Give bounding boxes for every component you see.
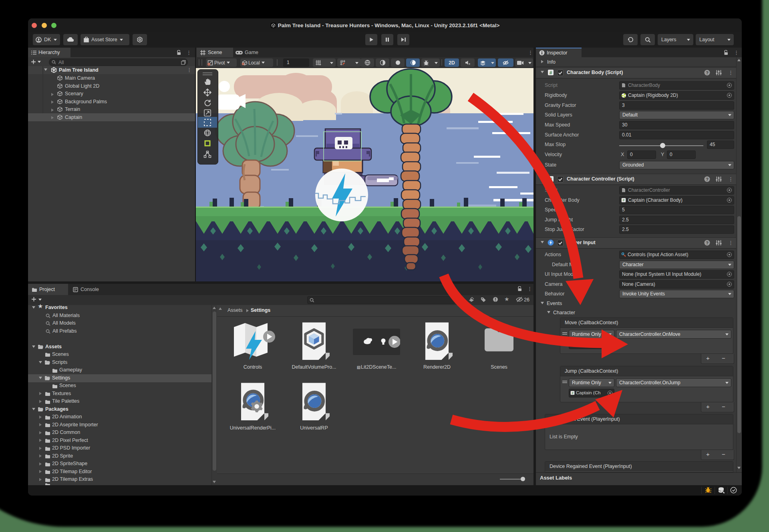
svg-text:?: ?	[706, 241, 709, 245]
svg-text:?: ?	[706, 177, 709, 182]
svg-text:#: #	[550, 70, 552, 76]
svg-text:#: #	[622, 198, 624, 202]
svg-text:?: ?	[706, 70, 709, 75]
svg-text:#: #	[550, 177, 552, 182]
svg-text:#: #	[572, 391, 574, 395]
